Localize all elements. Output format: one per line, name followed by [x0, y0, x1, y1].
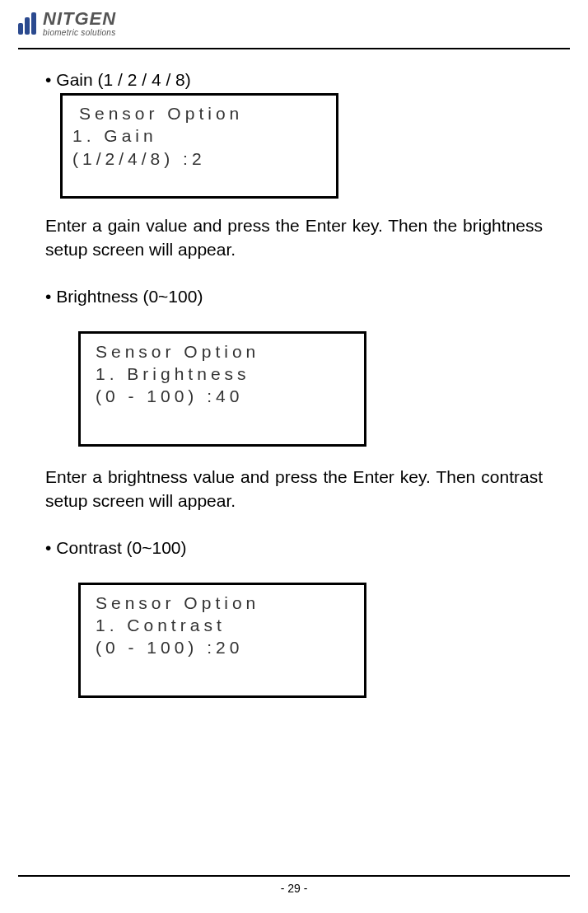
gain-display-box: Sensor Option 1. Gain (1/2/4/8) :2 [60, 93, 338, 199]
gain-display-line2: 1. Gain [72, 124, 326, 147]
logo-tagline: biometric solutions [43, 28, 116, 37]
gain-heading: Gain (1 / 2 / 4 / 8) [45, 70, 543, 90]
brightness-description: Enter a brightness value and press the E… [45, 465, 543, 513]
footer-divider [18, 875, 570, 877]
logo-text: NITGEN biometric solutions [43, 10, 116, 37]
contrast-display-line1: Sensor Option [96, 592, 349, 614]
brightness-display-line2: 1. Brightness [96, 363, 349, 385]
header: NITGEN biometric solutions [0, 0, 588, 41]
logo-name: NITGEN [43, 10, 116, 28]
content: Gain (1 / 2 / 4 / 8) Sensor Option 1. Ga… [0, 49, 588, 698]
contrast-display-line3: (0 - 100) :20 [96, 636, 349, 658]
brightness-heading: Brightness (0~100) [45, 287, 543, 307]
footer: - 29 - [0, 875, 588, 895]
contrast-heading: Contrast (0~100) [45, 538, 543, 558]
logo: NITGEN biometric solutions [18, 10, 116, 37]
page-number: - 29 - [0, 882, 588, 895]
gain-display-line1: Sensor Option [72, 102, 326, 124]
gain-description: Enter a gain value and press the Enter k… [45, 213, 543, 262]
contrast-display-line2: 1. Contrast [96, 614, 349, 636]
gain-display-line3: (1/2/4/8) :2 [72, 147, 326, 170]
contrast-display-box: Sensor Option 1. Contrast (0 - 100) :20 [78, 583, 366, 698]
brightness-display-line1: Sensor Option [96, 340, 349, 363]
logo-icon [18, 12, 36, 35]
brightness-display-box: Sensor Option 1. Brightness (0 - 100) :4… [78, 331, 366, 447]
brightness-display-line3: (0 - 100) :40 [96, 385, 349, 407]
